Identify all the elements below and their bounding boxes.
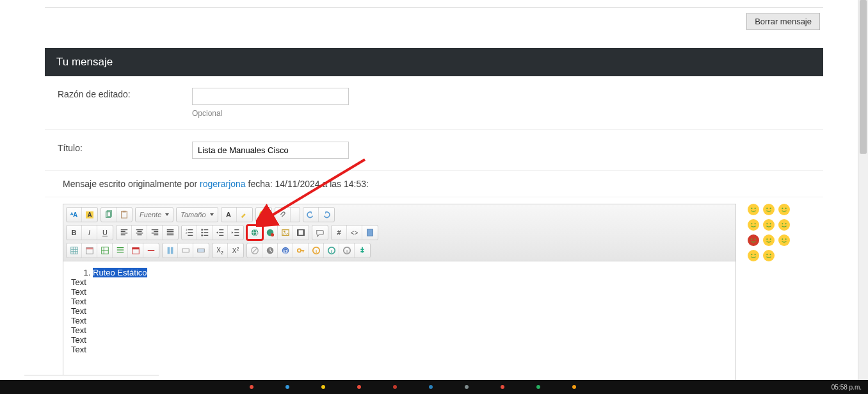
title-label: Título:: [58, 142, 192, 153]
svg-text:@: @: [282, 248, 288, 254]
smiley-icon[interactable]: [763, 219, 775, 231]
date-icon[interactable]: [128, 243, 143, 258]
code-icon[interactable]: <>: [347, 226, 362, 240]
svg-point-8: [201, 234, 203, 236]
svg-point-49: [770, 223, 771, 224]
bold-icon[interactable]: B: [67, 226, 82, 240]
smiley-picker: [748, 204, 805, 384]
smiley-icon[interactable]: [748, 204, 759, 215]
superscript-icon[interactable]: X2: [228, 243, 243, 258]
smiley-icon[interactable]: [763, 204, 775, 215]
svg-point-6: [201, 229, 203, 231]
edit-reason-hint: Opcional: [192, 109, 810, 118]
key-icon[interactable]: [293, 243, 309, 258]
info-yellow-icon[interactable]: i: [309, 243, 324, 258]
outdent-icon[interactable]: [213, 226, 228, 240]
align-left-icon[interactable]: [117, 226, 132, 240]
insert-video-icon[interactable]: [293, 226, 309, 240]
svg-point-47: [755, 223, 756, 224]
marker-icon[interactable]: [355, 243, 370, 258]
underline-icon[interactable]: U: [97, 226, 113, 240]
svg-rect-21: [86, 248, 93, 250]
clock-icon[interactable]: [262, 243, 278, 258]
svg-point-51: [785, 223, 787, 224]
align-center-icon[interactable]: [132, 226, 147, 240]
svg-rect-25: [167, 247, 170, 254]
copy-icon[interactable]: [101, 208, 117, 222]
calendar-icon[interactable]: [82, 243, 97, 258]
smiley-icon[interactable]: [778, 234, 790, 246]
text-color-picker-icon[interactable]: A: [221, 208, 237, 222]
indent-icon[interactable]: [228, 226, 243, 240]
text-color-icon[interactable]: ᴬA: [67, 208, 82, 222]
editor-text-line: Text: [71, 345, 728, 354]
column-icon[interactable]: [163, 243, 178, 258]
ordered-list-icon[interactable]: 12: [182, 226, 197, 240]
page-scrollbar[interactable]: [858, 0, 868, 380]
strike-format-icon[interactable]: [247, 243, 262, 258]
edit-reason-input[interactable]: [192, 88, 349, 105]
svg-rect-18: [367, 229, 373, 236]
hr-icon[interactable]: [143, 243, 159, 258]
hash-icon[interactable]: #: [332, 226, 347, 240]
smiley-icon[interactable]: [763, 250, 775, 261]
new-row-icon[interactable]: [178, 243, 193, 258]
page-icon[interactable]: [362, 226, 378, 240]
insert-link-icon[interactable]: [247, 226, 262, 240]
svg-point-50: [782, 223, 783, 224]
align-right-icon[interactable]: [147, 226, 163, 240]
remove-link-icon[interactable]: [262, 226, 278, 240]
info-gray-icon[interactable]: i: [339, 243, 355, 258]
svg-rect-16: [298, 230, 299, 236]
svg-point-55: [770, 238, 771, 240]
font-select[interactable]: Fuente: [135, 207, 173, 222]
original-author-meta: Mensaje escrito originalmente por rogera…: [45, 171, 823, 197]
italic-icon[interactable]: I: [82, 226, 97, 240]
smiley-icon[interactable]: [763, 234, 775, 246]
tray-clock: 05:58 p.m.: [832, 384, 862, 391]
svg-text:i: i: [330, 249, 332, 254]
smiley-icon[interactable]: [748, 250, 759, 261]
smiley-icon[interactable]: [778, 204, 790, 215]
editor-list-item: Ruteo Estático: [93, 268, 147, 277]
title-input[interactable]: [192, 142, 349, 159]
align-justify-icon[interactable]: [163, 226, 178, 240]
subscript-icon[interactable]: X2: [213, 243, 228, 258]
size-select[interactable]: Tamaño: [176, 207, 218, 222]
info-blue-icon[interactable]: i: [324, 243, 339, 258]
editor-content-area[interactable]: Ruteo Estático TextTextTextTextTextTextT…: [63, 261, 735, 383]
svg-point-7: [201, 232, 203, 234]
author-link[interactable]: rogerarjona: [200, 179, 246, 189]
redo-icon[interactable]: [319, 208, 334, 222]
smiley-icon[interactable]: [778, 219, 790, 231]
quote-icon[interactable]: [312, 226, 328, 240]
undo-icon[interactable]: [303, 208, 319, 222]
delete-message-button[interactable]: Borrar mensaje: [746, 13, 820, 30]
spreadsheet-icon[interactable]: [97, 243, 113, 258]
attach-dropdown-icon[interactable]: [291, 208, 300, 222]
smiley-icon[interactable]: [748, 234, 759, 246]
paste-icon[interactable]: [117, 208, 132, 222]
list-insert-icon[interactable]: [113, 243, 128, 258]
attach-icon[interactable]: [275, 208, 291, 222]
emoji-icon[interactable]: [256, 208, 271, 222]
svg-point-40: [751, 208, 752, 209]
field-icon[interactable]: [193, 243, 209, 258]
svg-point-41: [755, 208, 756, 209]
os-taskbar: 05:58 p.m.: [0, 380, 868, 394]
svg-text:i: i: [346, 249, 347, 254]
mention-icon[interactable]: @: [278, 243, 293, 258]
unordered-list-icon[interactable]: [197, 226, 213, 240]
editor-text-line: Text: [71, 306, 728, 316]
insert-image-icon[interactable]: [278, 226, 293, 240]
message-panel: Tu mensaje Razón de editado: Opcional Tí…: [45, 48, 823, 390]
svg-rect-27: [182, 249, 189, 252]
svg-point-54: [766, 238, 768, 240]
highlight-picker-icon[interactable]: [237, 208, 252, 222]
svg-point-61: [770, 254, 771, 255]
smiley-icon[interactable]: [748, 219, 759, 231]
table-icon[interactable]: [67, 243, 82, 258]
scroll-thumb[interactable]: [860, 0, 867, 154]
bg-color-icon[interactable]: A: [82, 208, 97, 222]
svg-point-56: [782, 238, 783, 240]
